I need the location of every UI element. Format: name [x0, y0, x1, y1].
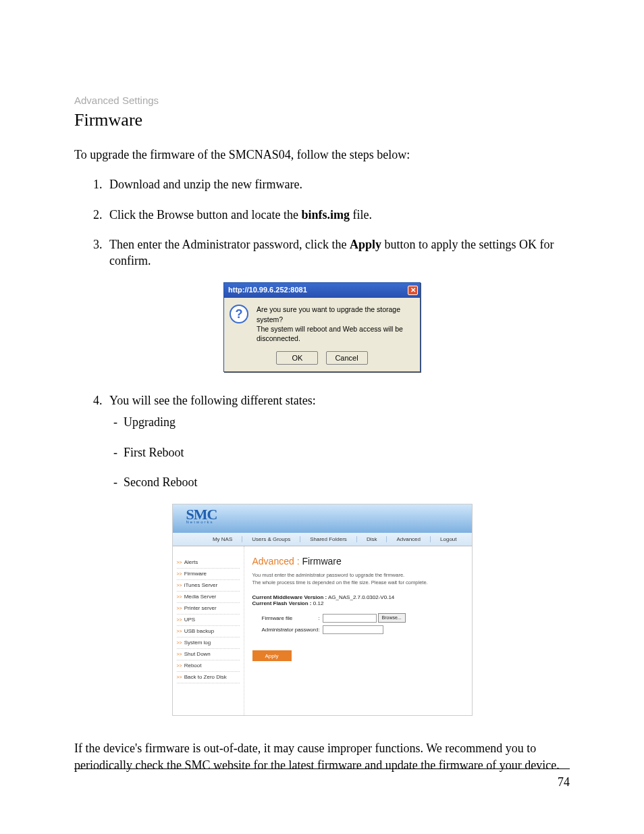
smc-logo-sub: Networks — [186, 520, 472, 524]
admin-password-label: Administrator password — [252, 627, 319, 633]
sidebar-item-ups[interactable]: >>UPS — [177, 615, 240, 626]
state-second-reboot: Second Reboot — [109, 474, 570, 490]
close-icon[interactable]: ✕ — [408, 286, 418, 295]
tab-users-groups[interactable]: Users & Groups — [242, 536, 300, 542]
ok-button[interactable]: OK — [276, 351, 318, 365]
step-1: Download and unzip the new firmware. — [105, 176, 570, 192]
footer-divider — [74, 768, 570, 769]
intro-text: To upgrade the firmware of the SMCNAS04,… — [74, 147, 570, 163]
step-2: Click the Browse button and locate the b… — [105, 207, 570, 223]
firmware-file-label: Firmware file — [252, 615, 319, 621]
state-first-reboot: First Reboot — [109, 444, 570, 461]
sidebar-item-zero-disk[interactable]: >>Back to Zero Disk — [177, 672, 240, 683]
sidebar-item-reboot[interactable]: >>Reboot — [177, 660, 240, 672]
tab-logout[interactable]: Logout — [431, 536, 466, 542]
header-breadcrumb: Advanced Settings — [74, 95, 570, 106]
nas-screenshot: SMC Networks My NAS Users & Groups Share… — [172, 504, 473, 716]
flash-version: Current Flash Version : 0.12 — [252, 600, 464, 606]
content-desc2: The whole process time is depended on th… — [252, 579, 464, 587]
step-4: You will see the following different sta… — [105, 392, 570, 490]
dialog-title: http://10.99.6.252:8081 — [228, 286, 307, 298]
sidebar-item-media[interactable]: >>Media Server — [177, 592, 240, 603]
sidebar-item-alerts[interactable]: >>Alerts — [177, 557, 240, 569]
content-breadcrumb: Advanced : Firmware — [252, 556, 464, 567]
page-number: 74 — [558, 775, 570, 789]
sidebar-item-printer[interactable]: >>Printer server — [177, 603, 240, 615]
tab-disk[interactable]: Disk — [357, 536, 387, 542]
state-upgrading: Upgrading — [109, 414, 570, 430]
dialog-line2: The system will reboot and Web access wi… — [257, 324, 414, 343]
tab-shared-folders[interactable]: Shared Folders — [300, 536, 357, 542]
apply-button[interactable]: Apply — [252, 650, 292, 661]
section-title: Firmware — [74, 110, 570, 130]
sidebar-item-shutdown[interactable]: >>Shut Down — [177, 649, 240, 660]
browse-button[interactable]: Browse... — [378, 613, 406, 623]
dialog-line1: Are you sure you want to upgrade the sto… — [257, 305, 414, 323]
sidebar-item-itunes[interactable]: >>iTunes Server — [177, 580, 240, 592]
sidebar-item-firmware[interactable]: >>Firmware — [177, 569, 240, 580]
admin-password-input[interactable] — [323, 625, 383, 634]
cancel-button[interactable]: Cancel — [326, 351, 368, 365]
confirm-dialog: http://10.99.6.252:8081 ✕ ? Are you sure… — [223, 282, 421, 372]
sidebar: >>Alerts >>Firmware >>iTunes Server >>Me… — [173, 546, 244, 715]
content-desc1: You must enter the administrator passwor… — [252, 572, 464, 579]
sidebar-item-usb-backup[interactable]: >>USB backup — [177, 626, 240, 637]
sidebar-item-system-log[interactable]: >>System log — [177, 637, 240, 649]
tab-advanced[interactable]: Advanced — [387, 536, 431, 542]
tab-mynas[interactable]: My NAS — [203, 536, 242, 542]
firmware-file-input[interactable] — [323, 614, 377, 623]
step-3: Then enter the Administrator password, c… — [105, 236, 570, 269]
question-icon: ? — [230, 305, 248, 323]
middleware-version: Current Middleware Version : AG_NAS_2.7.… — [252, 594, 464, 600]
